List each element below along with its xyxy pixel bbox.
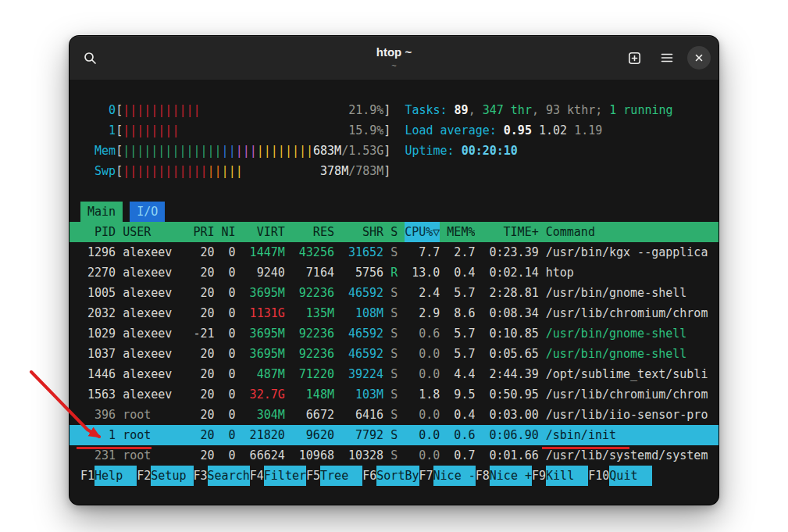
- table-header-row: PIDUSERPRINIVIRTRESSHRSCPU%▽MEM%TIME+Com…: [70, 222, 718, 242]
- meter-close-bracket: ]: [383, 100, 390, 120]
- cell-res: 92236: [292, 283, 334, 303]
- cell-virt: 1131G: [243, 303, 285, 323]
- fnaction-sortby[interactable]: SortBy: [376, 466, 419, 486]
- meter-bar-red: |||||||||||: [123, 103, 200, 117]
- cell-res: 9620: [292, 425, 334, 445]
- process-row[interactable]: 396root200304M66726416S0.00.40:03.00/usr…: [70, 405, 718, 425]
- meter-label: Swp: [80, 161, 116, 181]
- desktop-background: htop ~ ~: [0, 0, 788, 532]
- column-header-command[interactable]: Command: [546, 222, 708, 242]
- fnaction-nice[interactable]: Nice -: [433, 466, 476, 486]
- meter-gap: [243, 164, 320, 178]
- process-row[interactable]: 2032alexeev2001131G135M108MS2.98.60:08.3…: [70, 303, 718, 323]
- fnkey-f3: F3: [194, 466, 208, 486]
- column-header-shr[interactable]: SHR: [341, 222, 383, 242]
- console-window: htop ~ ~: [69, 35, 719, 505]
- cell-cpu: 2.4: [405, 283, 440, 303]
- cell-user: root: [123, 425, 186, 445]
- annotation-underline-command: [542, 447, 629, 449]
- meter-bar-blue: ||: [222, 144, 236, 158]
- process-row[interactable]: 1037alexeev2003695M9223646592S0.05.70:05…: [70, 344, 718, 364]
- meter-line-mem: Mem[|||||||||||||||||||||||||||683M/1.53…: [70, 141, 718, 161]
- column-header-time[interactable]: TIME+: [482, 222, 538, 242]
- cell-shr: 5756: [341, 262, 383, 283]
- column-header-user[interactable]: USER: [123, 222, 186, 242]
- meter-bar-yellow: |||: [222, 164, 243, 178]
- tab-main[interactable]: Main: [80, 202, 123, 222]
- fnaction-filter[interactable]: Filter: [264, 466, 306, 486]
- fnkey-f1: F1: [80, 466, 94, 486]
- summary-segment: Uptime:: [405, 144, 461, 158]
- cell-time: 0:08.34: [482, 303, 538, 323]
- cell-user: alexeev: [123, 364, 186, 384]
- fnaction-kill[interactable]: Kill: [546, 466, 588, 486]
- new-tab-icon: [628, 52, 641, 65]
- meter-bar-orange: ||: [208, 164, 222, 178]
- summary-segment: ;: [595, 103, 609, 117]
- fnaction-search[interactable]: Search: [208, 466, 250, 486]
- cell-pid: 1029: [80, 323, 116, 344]
- cell-time: 0:06.90: [482, 425, 538, 445]
- tab-io[interactable]: I/O: [130, 202, 165, 222]
- cell-s: S: [390, 344, 398, 364]
- tab-gap: [123, 202, 130, 222]
- cell-virt: 32.7G: [243, 384, 285, 405]
- search-button[interactable]: [77, 45, 102, 70]
- summary-segment: 00:20:10: [462, 144, 518, 158]
- cell-cpu: 2.9: [405, 303, 440, 323]
- meter-track: |||||||| 15.9%: [123, 120, 383, 141]
- cell-cpu: 0.0: [405, 405, 440, 425]
- cell-mem: 8.6: [447, 303, 475, 323]
- cell-cpu: 0.0: [405, 364, 440, 384]
- fnkey-f6: F6: [362, 466, 376, 486]
- cell-user: alexeev: [123, 283, 186, 303]
- column-header-ni[interactable]: NI: [222, 222, 236, 242]
- close-button[interactable]: [687, 46, 711, 70]
- window-title: htop ~: [376, 46, 412, 59]
- cell-pid: 396: [80, 405, 116, 425]
- cell-s: S: [390, 283, 398, 303]
- summary-segment: 0.95: [504, 123, 539, 137]
- column-header-s[interactable]: S: [390, 222, 398, 242]
- cell-pid: 1296: [80, 242, 116, 262]
- column-header-mem[interactable]: MEM%: [447, 222, 475, 242]
- cell-res: 148M: [292, 384, 334, 405]
- process-row[interactable]: 1563alexeev20032.7G148M103MS1.89.50:50.9…: [70, 384, 718, 405]
- fnaction-help[interactable]: Help: [94, 466, 137, 486]
- cell-ni: 0: [222, 344, 236, 364]
- fnaction-quit[interactable]: Quit: [609, 466, 651, 486]
- summary-segment: 1.19: [574, 123, 602, 137]
- meter-label: 1: [80, 120, 116, 141]
- cell-command: /opt/sublime_text/sublim: [546, 364, 708, 384]
- cell-cpu: 13.0: [405, 262, 440, 283]
- meter-value: /1.53G: [341, 144, 383, 158]
- process-row[interactable]: 2270alexeev200924071645756R13.00.40:02.1…: [70, 262, 718, 283]
- cell-res: 6672: [292, 405, 334, 425]
- cell-cpu: 0.6: [405, 323, 440, 344]
- meter-open-bracket: [: [116, 161, 123, 181]
- fnaction-nice[interactable]: Nice +: [490, 466, 532, 486]
- annotation-underline-pid: [77, 447, 152, 449]
- titlebar-actions: [622, 45, 711, 70]
- process-row[interactable]: 1005alexeev2003695M9223646592S2.45.72:28…: [70, 283, 718, 303]
- new-tab-button[interactable]: [622, 45, 647, 70]
- column-header-pri[interactable]: PRI: [193, 222, 214, 242]
- cell-command: htop: [546, 262, 708, 283]
- process-row[interactable]: 1029alexeev-2103695M9223646592S0.65.70:1…: [70, 323, 718, 344]
- function-key-bar: F1Help F2Setup F3SearchF4FilterF5Tree F6…: [70, 466, 718, 486]
- menu-button[interactable]: [654, 45, 679, 70]
- meter-gap: [179, 123, 348, 137]
- process-row[interactable]: 1296alexeev2001447M4325631652S7.72.70:23…: [70, 242, 718, 262]
- column-header-virt[interactable]: VIRT: [243, 222, 285, 242]
- column-header-res[interactable]: RES: [292, 222, 334, 242]
- summary-segment: Tasks:: [405, 103, 454, 117]
- cell-pid: 1446: [80, 364, 116, 384]
- cell-pri: 20: [193, 344, 214, 364]
- cell-time: 0:03.00: [482, 405, 538, 425]
- process-row[interactable]: 1446alexeev200487M7122039224S0.04.42:44.…: [70, 364, 718, 384]
- fnaction-setup[interactable]: Setup: [151, 466, 193, 486]
- process-row-selected[interactable]: 1root2002182096207792S0.00.60:06.90/sbin…: [70, 425, 718, 445]
- column-header-cpu[interactable]: CPU%▽: [405, 222, 440, 242]
- fnaction-tree[interactable]: Tree: [320, 466, 362, 486]
- column-header-pid[interactable]: PID: [80, 222, 116, 242]
